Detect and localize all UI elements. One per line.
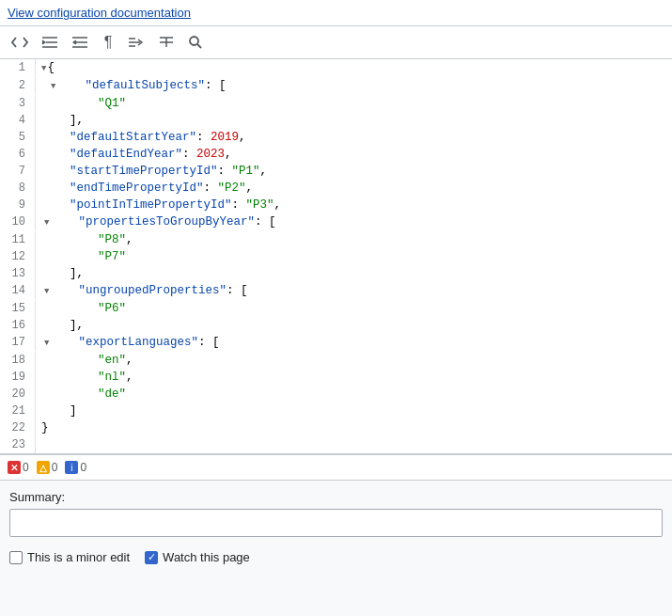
code-line-10: 10 ▼ "propertiesToGroupByYear": [ (0, 213, 672, 231)
warning-status: △ 0 (37, 461, 58, 474)
paragraph-btn[interactable]: ¶ (96, 30, 120, 55)
code-line-23: 23 (0, 436, 672, 453)
line-number-17: 17 (0, 334, 36, 351)
svg-line-13 (197, 44, 201, 48)
line-content-18: "en", (41, 352, 672, 369)
line-content-23 (41, 436, 672, 453)
code-line-11: 11 "P8", (0, 231, 672, 248)
fold-arrow-14[interactable]: ▼ (44, 287, 49, 296)
code-line-12: 12 "P7" (0, 248, 672, 265)
minor-edit-checkbox[interactable] (9, 551, 23, 564)
line-number-13: 13 (0, 265, 36, 282)
format-btn[interactable] (122, 30, 150, 55)
line-content-15: "P6" (41, 300, 672, 317)
code-editor[interactable]: 1 ▼{ 2 ▼ "defaultSubjects": [ 3 "Q1" 4 ]… (0, 59, 672, 454)
line-content-9: "pointInTimePropertyId": "P3", (41, 197, 672, 213)
line-number-18: 18 (0, 352, 36, 369)
code-line-1: 1 ▼{ (0, 59, 672, 77)
line-number-11: 11 (0, 231, 36, 248)
code-line-14: 14 ▼ "ungroupedProperties": [ (0, 282, 672, 300)
line-number-6: 6 (0, 146, 36, 163)
code-toggle-btn[interactable] (6, 30, 34, 55)
line-content-20: "de" (41, 386, 672, 403)
code-line-16: 16 ], (0, 317, 672, 334)
watch-page-checkbox[interactable]: ✓ (145, 551, 158, 564)
line-number-5: 5 (0, 129, 36, 146)
minor-edit-option[interactable]: This is a minor edit (9, 550, 130, 564)
error-count: 0 (23, 461, 29, 474)
line-number-1: 1 (0, 59, 36, 76)
summary-input[interactable] (9, 509, 663, 537)
code-line-8: 8 "endTimePropertyId": "P2", (0, 180, 672, 197)
watch-page-label: Watch this page (163, 550, 250, 564)
line-number-9: 9 (0, 197, 36, 213)
doc-link[interactable]: View configuration documentation (0, 0, 672, 25)
line-content-22: } (41, 419, 672, 436)
outdent-btn[interactable] (66, 30, 94, 55)
info-count: 0 (80, 461, 86, 474)
line-content-19: "nl", (41, 369, 672, 386)
line-content-6: "defaultEndYear": 2023, (41, 146, 672, 163)
line-number-3: 3 (0, 95, 36, 112)
code-line-7: 7 "startTimePropertyId": "P1", (0, 163, 672, 180)
line-content-7: "startTimePropertyId": "P1", (41, 163, 672, 180)
line-content-10: ▼ "propertiesToGroupByYear": [ (41, 213, 672, 231)
line-content-11: "P8", (41, 231, 672, 248)
line-number-23: 23 (0, 436, 36, 453)
fold-arrow-1[interactable]: ▼ (41, 64, 46, 73)
info-icon: i (65, 461, 78, 474)
line-content-12: "P7" (41, 248, 672, 265)
code-line-22: 22 } (0, 419, 672, 436)
line-content-14: ▼ "ungroupedProperties": [ (41, 282, 672, 300)
line-number-15: 15 (0, 300, 36, 317)
search-btn[interactable] (182, 30, 209, 55)
line-number-10: 10 (0, 213, 36, 230)
info-status: i 0 (65, 461, 86, 474)
code-line-13: 13 ], (0, 265, 672, 282)
line-number-20: 20 (0, 386, 36, 403)
error-icon: ✕ (8, 461, 21, 474)
line-number-19: 19 (0, 369, 36, 386)
line-number-8: 8 (0, 180, 36, 197)
warning-count: 0 (52, 461, 58, 474)
extra-btn[interactable] (152, 30, 180, 55)
code-line-5: 5 "defaultStartYear": 2019, (0, 129, 672, 146)
line-content-3: "Q1" (41, 95, 672, 112)
line-content-2: ▼ "defaultSubjects": [ (41, 77, 672, 95)
line-number-12: 12 (0, 248, 36, 265)
code-line-3: 3 "Q1" (0, 95, 672, 112)
svg-point-12 (190, 37, 198, 45)
watch-page-option[interactable]: ✓ Watch this page (145, 550, 250, 564)
line-number-4: 4 (0, 112, 36, 129)
line-number-2: 2 (0, 77, 36, 94)
line-content-4: ], (41, 112, 672, 129)
fold-arrow-2[interactable]: ▼ (51, 82, 55, 91)
warning-icon: △ (37, 461, 50, 474)
code-line-9: 9 "pointInTimePropertyId": "P3", (0, 197, 672, 213)
line-content-5: "defaultStartYear": 2019, (41, 129, 672, 146)
summary-section: Summary: (0, 481, 672, 543)
fold-arrow-10[interactable]: ▼ (44, 218, 49, 228)
line-number-7: 7 (0, 163, 36, 180)
editor-toolbar: ¶ (0, 25, 672, 59)
line-content-21: ] (41, 403, 672, 419)
code-line-4: 4 ], (0, 112, 672, 129)
code-line-17: 17 ▼ "exportLanguages": [ (0, 334, 672, 352)
line-content-17: ▼ "exportLanguages": [ (41, 334, 672, 352)
code-line-6: 6 "defaultEndYear": 2023, (0, 146, 672, 163)
minor-edit-label: This is a minor edit (27, 550, 130, 564)
line-content-16: ], (41, 317, 672, 334)
indent-btn[interactable] (36, 30, 64, 55)
line-number-21: 21 (0, 403, 36, 419)
status-bar: ✕ 0 △ 0 i 0 (0, 454, 672, 481)
line-content-1: ▼{ (41, 59, 672, 77)
line-content-13: ], (41, 265, 672, 282)
code-line-18: 18 "en", (0, 352, 672, 369)
line-number-22: 22 (0, 419, 36, 436)
line-content-8: "endTimePropertyId": "P2", (41, 180, 672, 197)
code-line-2: 2 ▼ "defaultSubjects": [ (0, 77, 672, 95)
fold-arrow-17[interactable]: ▼ (44, 339, 49, 348)
code-line-20: 20 "de" (0, 386, 672, 403)
code-line-15: 15 "P6" (0, 300, 672, 317)
line-number-14: 14 (0, 282, 36, 299)
